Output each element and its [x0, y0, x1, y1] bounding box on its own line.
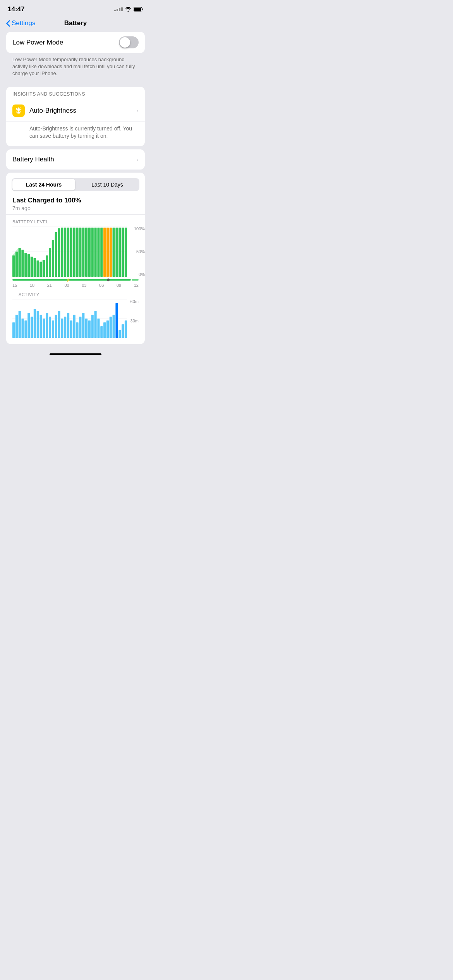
svg-rect-70: [79, 317, 81, 338]
svg-rect-32: [88, 228, 91, 277]
svg-rect-66: [67, 313, 69, 338]
x-label-12: 12: [134, 283, 139, 288]
x-label-15: 15: [12, 283, 17, 288]
activity-chart-container: 60m 30m: [12, 299, 139, 338]
svg-rect-36: [100, 228, 103, 277]
svg-rect-21: [55, 232, 57, 277]
svg-rect-73: [88, 320, 91, 338]
charging-indicator: ⚡: [12, 278, 139, 281]
svg-rect-41: [115, 228, 118, 277]
activity-svg: [12, 299, 127, 338]
svg-rect-27: [73, 228, 76, 277]
chart-bottom-padding: [6, 338, 145, 344]
svg-rect-85: [125, 320, 127, 338]
svg-rect-58: [43, 319, 45, 338]
svg-rect-72: [85, 319, 88, 338]
battery-health-row[interactable]: Battery Health ›: [6, 149, 145, 170]
battery-health-card: Battery Health ›: [6, 149, 145, 170]
low-power-mode-toggle[interactable]: [119, 36, 139, 48]
svg-rect-54: [31, 317, 33, 338]
svg-rect-53: [27, 313, 30, 338]
status-bar: 14:47: [0, 0, 151, 16]
y-label-0: 0%: [134, 272, 145, 277]
x-label-09: 09: [117, 283, 121, 288]
svg-rect-62: [55, 315, 57, 338]
activity-y-labels: 60m 30m: [128, 299, 139, 338]
battery-icon: [134, 7, 143, 12]
svg-rect-83: [118, 330, 121, 338]
tab-last-24-hours[interactable]: Last 24 Hours: [12, 179, 75, 190]
time-range-selector: Last 24 Hours Last 10 Days: [12, 178, 139, 191]
low-power-mode-label: Low Power Mode: [12, 39, 63, 46]
svg-rect-60: [49, 317, 51, 338]
svg-rect-40: [113, 228, 115, 277]
x-label-21: 21: [47, 283, 52, 288]
tab-last-10-days[interactable]: Last 10 Days: [76, 179, 139, 190]
home-indicator-area: [0, 347, 151, 358]
svg-rect-20: [52, 240, 54, 277]
status-icons: [114, 7, 143, 12]
svg-rect-49: [15, 315, 18, 338]
svg-rect-38: [106, 228, 109, 277]
svg-rect-67: [70, 320, 72, 338]
home-indicator[interactable]: [50, 353, 101, 355]
signal-icon: [114, 7, 123, 11]
svg-rect-39: [110, 228, 112, 277]
svg-rect-44: [125, 228, 127, 277]
battery-level-chart-section: BATTERY LEVEL: [6, 215, 145, 288]
svg-rect-34: [94, 228, 97, 277]
low-power-mode-row: Low Power Mode: [6, 32, 145, 53]
svg-rect-37: [103, 228, 106, 277]
low-power-mode-description: Low Power Mode temporarily reduces backg…: [6, 53, 145, 84]
svg-rect-82: [115, 303, 118, 338]
svg-rect-23: [61, 228, 63, 277]
svg-rect-84: [122, 324, 124, 338]
svg-rect-52: [24, 320, 27, 338]
svg-rect-65: [64, 317, 66, 338]
svg-rect-64: [61, 319, 63, 338]
y-label-100: 100%: [134, 226, 145, 231]
svg-rect-56: [37, 311, 39, 338]
auto-brightness-icon: [12, 105, 25, 117]
auto-brightness-row[interactable]: Auto-Brightness ›: [6, 100, 145, 122]
svg-rect-61: [52, 320, 54, 338]
battery-health-section: Battery Health ›: [6, 149, 145, 170]
wifi-icon: [125, 7, 131, 12]
svg-rect-30: [82, 228, 84, 277]
x-label-06: 06: [99, 283, 104, 288]
svg-rect-57: [40, 315, 42, 338]
svg-rect-1: [134, 8, 141, 11]
insights-section: INSIGHTS AND SUGGESTIONS Auto-Brightness…: [6, 87, 145, 146]
nav-back-button[interactable]: Settings: [6, 19, 35, 27]
svg-rect-55: [34, 309, 36, 338]
svg-rect-71: [82, 313, 84, 338]
activity-section: ACTIVITY: [6, 288, 145, 338]
svg-rect-63: [58, 311, 60, 338]
svg-rect-76: [97, 319, 100, 338]
low-power-mode-card: Low Power Mode: [6, 32, 145, 53]
svg-rect-35: [97, 228, 100, 277]
x-label-03: 03: [82, 283, 86, 288]
battery-level-label: BATTERY LEVEL: [6, 219, 145, 226]
svg-rect-78: [103, 322, 106, 338]
charge-info: Last Charged to 100% 7m ago: [6, 191, 145, 215]
low-power-mode-section: Low Power Mode Low Power Mode temporaril…: [6, 32, 145, 84]
svg-rect-81: [113, 315, 115, 338]
svg-rect-68: [73, 315, 76, 338]
chart-x-labels: 15 18 21 00 03 06 09 12: [6, 281, 145, 288]
chart-section: Last 24 Hours Last 10 Days Last Charged …: [6, 173, 145, 344]
svg-rect-31: [85, 228, 88, 277]
svg-rect-28: [76, 228, 79, 277]
back-label: Settings: [12, 19, 35, 27]
auto-brightness-label: Auto-Brightness: [29, 107, 132, 115]
svg-rect-33: [91, 228, 94, 277]
svg-rect-25: [67, 228, 69, 277]
page-title: Battery: [64, 19, 87, 27]
svg-rect-50: [19, 311, 21, 338]
activity-y-60: 60m: [128, 299, 139, 304]
svg-rect-26: [70, 228, 72, 277]
battery-health-chevron: ›: [137, 156, 139, 163]
charge-title: Last Charged to 100%: [12, 197, 139, 204]
svg-rect-18: [46, 255, 48, 277]
charge-time: 7m ago: [12, 205, 139, 211]
